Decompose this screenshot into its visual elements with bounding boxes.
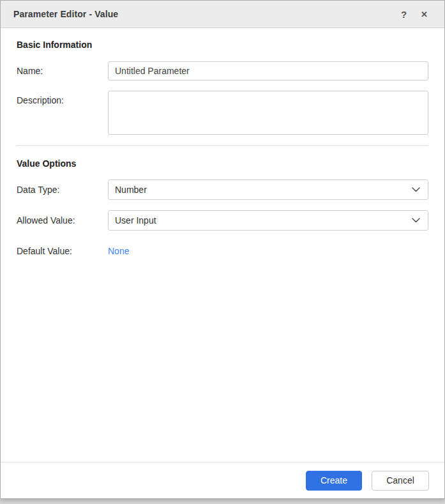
description-textarea[interactable]: [108, 91, 428, 135]
dialog-title: Parameter Editor - Value: [13, 9, 401, 19]
allowed-value-field-wrap: User Input: [108, 210, 428, 231]
dialog-footer: Create Cancel: [1, 462, 444, 498]
dialog-header: Parameter Editor - Value ? ✕: [1, 1, 444, 28]
name-input[interactable]: [108, 61, 428, 80]
description-field-wrap: [108, 91, 428, 135]
cancel-button[interactable]: Cancel: [372, 471, 429, 491]
section-title-value-options: Value Options: [17, 158, 428, 169]
name-field-wrap: [108, 61, 428, 80]
data-type-row: Data Type: Number: [17, 179, 428, 200]
name-label: Name:: [17, 66, 108, 76]
create-button[interactable]: Create: [306, 471, 362, 491]
header-icons: ? ✕: [401, 10, 428, 19]
data-type-select[interactable]: Number: [108, 179, 428, 200]
section-title-basic-information: Basic Information: [17, 40, 428, 50]
description-label: Description:: [17, 91, 108, 105]
default-value-label: Default Value:: [17, 246, 108, 256]
name-row: Name:: [17, 61, 428, 80]
default-value-link[interactable]: None: [108, 246, 129, 256]
allowed-value-selected-value: User Input: [115, 215, 412, 225]
data-type-field-wrap: Number: [108, 179, 428, 200]
parameter-editor-dialog: Parameter Editor - Value ? ✕ Basic Infor…: [0, 0, 445, 499]
section-divider: [17, 145, 428, 146]
allowed-value-select[interactable]: User Input: [108, 210, 428, 231]
description-row: Description:: [17, 91, 428, 135]
close-icon[interactable]: ✕: [421, 10, 428, 19]
default-value-row: Default Value: None: [17, 245, 428, 257]
data-type-selected-value: Number: [115, 185, 412, 195]
default-value-field-wrap: None: [108, 245, 428, 257]
allowed-value-label: Allowed Value:: [17, 215, 108, 225]
chevron-down-icon: [412, 218, 420, 223]
dialog-body: Basic Information Name: Description: Val…: [1, 28, 444, 462]
data-type-label: Data Type:: [17, 185, 108, 195]
allowed-value-row: Allowed Value: User Input: [17, 210, 428, 231]
help-icon[interactable]: ?: [401, 10, 407, 19]
chevron-down-icon: [412, 187, 420, 192]
